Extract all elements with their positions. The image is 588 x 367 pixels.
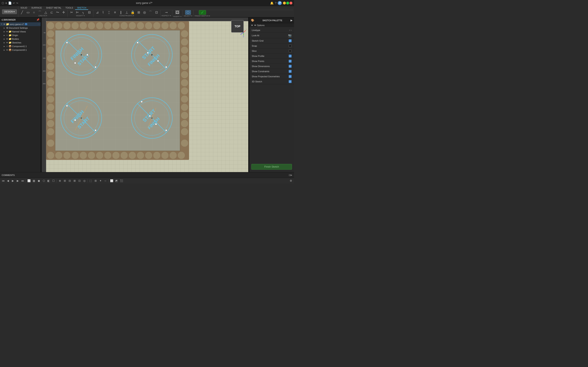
browser-item-component3[interactable]: ▶ 👁 📦 Component3:1: [0, 48, 41, 52]
insert-label[interactable]: INSERT ▾: [173, 16, 182, 17]
pattern-layout-btn[interactable]: ⬚: [88, 179, 93, 183]
show-dimensions-checkbox[interactable]: [289, 65, 292, 68]
linetype-next-icon[interactable]: ›: [291, 29, 292, 32]
select-tool[interactable]: ⬡: [185, 10, 191, 15]
constraint6[interactable]: ⊥: [124, 10, 130, 15]
close-btn[interactable]: [290, 2, 292, 4]
eye-icon[interactable]: 👁: [6, 42, 8, 44]
slice-checkbox[interactable]: [289, 50, 292, 52]
undo-btn[interactable]: ↩: [13, 2, 15, 4]
comments-pin-icon[interactable]: ▶: [291, 174, 292, 176]
modify-label[interactable]: MODIFY ▾: [76, 15, 85, 17]
browser-item-menu[interactable]: ⋯: [38, 23, 40, 25]
contact-btn[interactable]: ⊡: [77, 179, 82, 183]
mesh-btn[interactable]: ▦: [32, 179, 36, 183]
pattern-tool[interactable]: ⊟: [86, 10, 92, 15]
linetype-control[interactable]: ‹ ›: [289, 29, 292, 32]
browser-item-doc-settings[interactable]: ▶ ⚙ Document Settings: [0, 26, 41, 30]
view-cube-btn[interactable]: ⬜: [27, 179, 31, 183]
browser-item-named-views[interactable]: ▶ 👁 📁 Named Views: [0, 30, 41, 33]
constraint4[interactable]: ≡: [112, 10, 118, 15]
linetype-prev-icon[interactable]: ‹: [289, 29, 290, 32]
nav-prev-btn[interactable]: ◀: [6, 179, 10, 183]
constraint1[interactable]: ⊿: [94, 10, 100, 15]
eye-icon[interactable]: 👁: [6, 34, 8, 36]
tab-surface[interactable]: SURFACE: [29, 6, 44, 10]
finish-sketch-label[interactable]: FINISH SKETCH ▾: [195, 15, 210, 17]
nav-last-btn[interactable]: ⏭: [20, 179, 25, 183]
constraint5[interactable]: ∥: [118, 10, 124, 15]
extend-tool[interactable]: ⊨: [75, 10, 80, 15]
settings-btn[interactable]: ⚙: [289, 179, 293, 183]
show-points-checkbox[interactable]: [289, 60, 292, 63]
nav-next-btn[interactable]: ▶: [16, 179, 20, 183]
game-board[interactable]: FINISH START START FINISH: [46, 21, 189, 160]
show-projected-checkbox[interactable]: [289, 75, 292, 78]
file-icon[interactable]: 📄: [8, 1, 12, 5]
trim-tool[interactable]: ✂: [69, 10, 74, 15]
origin-pt-btn[interactable]: ✦: [98, 179, 103, 183]
constraints-label[interactable]: CONSTRAINTS ▾: [120, 15, 134, 17]
browser-item-root[interactable]: ▼ 👁 📁 sorry game v7 ● ⋯: [0, 22, 41, 26]
inspect1[interactable]: ⊸: [163, 10, 169, 15]
nav-play-btn[interactable]: ▶: [11, 179, 15, 183]
browser-item-sketches[interactable]: ▶ 👁 📁 Sketches: [0, 41, 41, 44]
constraint7[interactable]: 🔒: [130, 10, 136, 15]
line-tool[interactable]: ╱: [19, 10, 25, 15]
joint-btn[interactable]: ⊠: [72, 179, 77, 183]
minimize-btn[interactable]: [283, 2, 286, 4]
grid-snap-btn[interactable]: ⊞: [93, 179, 98, 183]
tab-solid[interactable]: SOLID: [18, 6, 29, 10]
eye-icon[interactable]: 👁: [6, 31, 8, 33]
tab-tools[interactable]: TOOLS: [63, 6, 75, 10]
snap-checkbox[interactable]: [289, 44, 292, 47]
insert-image[interactable]: 🖼: [174, 10, 180, 15]
arc-tool[interactable]: ⌒: [37, 10, 43, 15]
fillet-tool[interactable]: ╮: [80, 10, 86, 15]
circle-tool[interactable]: ○: [31, 10, 37, 15]
constraint10[interactable]: ⌒: [148, 10, 153, 15]
constraint9[interactable]: ◎: [142, 10, 147, 15]
canvas[interactable]: 50 100 150 200 250: [42, 17, 248, 172]
view-cube[interactable]: TOP X Z: [230, 19, 247, 38]
wire-btn[interactable]: ⬡: [42, 179, 46, 183]
spline-tool[interactable]: 〜: [55, 10, 61, 15]
browser-item-bodies[interactable]: ▶ 👁 📁 Bodies: [0, 37, 41, 41]
options-section[interactable]: ▼ ▼ Options: [249, 23, 294, 27]
show-constraints-checkbox[interactable]: [289, 70, 292, 73]
tab-sketch[interactable]: SKETCH: [75, 6, 88, 10]
nav-first-btn[interactable]: ⏮: [1, 179, 5, 183]
redo-btn[interactable]: ↪: [16, 2, 18, 4]
user-avatar[interactable]: JP: [278, 1, 282, 5]
browser-item-component1[interactable]: ▶ 👁 📦 Component1:1: [0, 44, 41, 48]
3d-sketch-checkbox[interactable]: [289, 80, 292, 83]
browser-item-origin[interactable]: ▶ 👁 📁 Origin: [0, 33, 41, 37]
solid-btn[interactable]: ◼: [36, 179, 41, 183]
maximize-btn[interactable]: [286, 2, 289, 4]
eye-icon[interactable]: 👁: [6, 45, 8, 48]
eye-icon[interactable]: 👁: [6, 49, 8, 51]
show-profile-checkbox[interactable]: [289, 55, 292, 58]
browser-pin-icon[interactable]: 📌: [36, 18, 39, 21]
move-btn[interactable]: ⊕: [58, 179, 62, 183]
tab-sheet-metal[interactable]: SHEET METAL: [44, 6, 63, 10]
browser-back-icon[interactable]: ◁: [1, 18, 3, 21]
palette-expand-icon[interactable]: ▶: [291, 19, 292, 22]
eye-icon[interactable]: 👁: [6, 38, 8, 40]
align-btn[interactable]: ⊟: [67, 179, 72, 183]
animate-btn[interactable]: ◎: [82, 179, 86, 183]
finish-sketch-button[interactable]: Finish Sketch: [251, 164, 292, 170]
app-menu-icon[interactable]: ≡: [5, 1, 7, 5]
comments-resize-icon[interactable]: ⊟: [289, 174, 291, 176]
create-label[interactable]: CREATE ▾: [38, 15, 47, 17]
constraint2[interactable]: ⌇: [100, 10, 106, 15]
eye-icon[interactable]: 👁: [3, 23, 6, 25]
rect-tool[interactable]: ▭: [25, 10, 31, 15]
slot-tool[interactable]: ⊏: [49, 10, 54, 15]
polygon-tool[interactable]: △: [43, 10, 49, 15]
measure-btn[interactable]: ↔: [103, 179, 108, 183]
constraint11[interactable]: ⊡: [154, 10, 159, 15]
inspect-label[interactable]: INSPECT ▾: [162, 15, 171, 17]
move-tool[interactable]: ✛: [61, 10, 66, 15]
help-icon[interactable]: ?: [275, 1, 277, 5]
